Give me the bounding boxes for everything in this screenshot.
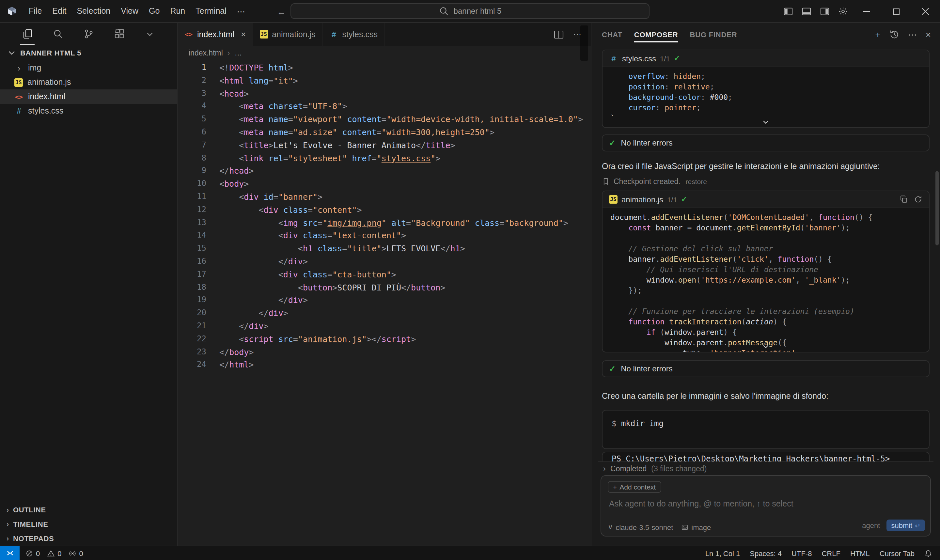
tab-index-html[interactable]: <>index.html× <box>178 23 253 46</box>
status-value: 0 <box>79 549 83 557</box>
status-eol[interactable]: CRLF <box>822 549 840 557</box>
tab-close-icon[interactable]: × <box>241 29 246 39</box>
status-cursor-position[interactable]: Ln 1, Col 1 <box>705 549 740 557</box>
reapply-icon[interactable] <box>914 195 922 204</box>
js-file-icon: JS <box>609 195 617 204</box>
toggle-primary-sidebar-button[interactable] <box>779 0 797 23</box>
image-button[interactable]: image <box>681 523 711 531</box>
close-button[interactable] <box>911 0 940 23</box>
code-block-animation-js: JS animation.js 1/1 ✓ d <box>602 191 929 352</box>
model-selector[interactable]: ∨ claude-3.5-sonnet <box>608 523 673 531</box>
status-encoding[interactable]: UTF-8 <box>791 549 812 557</box>
explorer-item-index-html[interactable]: <>index.html <box>0 89 177 104</box>
line-number: 21 <box>178 320 206 333</box>
status-errors[interactable]: 0 <box>25 549 40 557</box>
menu-bar: FileEditSelectionViewGoRunTerminal⋯ <box>23 5 250 17</box>
minimize-button[interactable] <box>852 0 881 23</box>
tab-bug-finder[interactable]: BUG FINDER <box>690 23 737 46</box>
submit-label: submit <box>891 522 912 529</box>
source-control-activity-button[interactable] <box>78 23 98 45</box>
tab-styles-css[interactable]: #styles.css <box>323 23 385 46</box>
panel-more-button[interactable]: ⋯ <box>908 29 917 40</box>
status-warnings[interactable]: 0 <box>47 549 62 557</box>
activity-overflow-button[interactable] <box>140 23 160 45</box>
sidebar-section-outline[interactable]: ›OUTLINE <box>0 503 177 517</box>
status-ports[interactable]: 0 <box>69 549 83 557</box>
menu-run[interactable]: Run <box>165 5 190 17</box>
explorer-item-img[interactable]: ›img <box>0 61 177 75</box>
sidebar-sections: ›OUTLINE›TIMELINE›NOTEPADS <box>0 503 177 546</box>
submit-button[interactable]: submit ↵ <box>886 520 925 531</box>
menu-terminal[interactable]: Terminal <box>190 5 232 17</box>
assistant-message: Ora creo il file JavaScript per gestire … <box>602 162 929 171</box>
extensions-activity-button[interactable] <box>109 23 129 45</box>
nav-back-button[interactable]: ← <box>277 6 286 17</box>
code-block-header[interactable]: # styles.css 1/1 ✓ <box>603 50 929 67</box>
css-file-icon: # <box>609 54 618 63</box>
line-number: 18 <box>178 281 206 294</box>
maximize-button[interactable] <box>881 0 911 23</box>
html-file-icon: <> <box>184 31 193 38</box>
sidebar-section-notepads[interactable]: ›NOTEPADS <box>0 531 177 546</box>
file-tree: ›imgJSanimation.js<>index.html#styles.cs… <box>0 61 177 118</box>
explorer-activity-button[interactable] <box>17 23 37 45</box>
panel-scrollbar[interactable] <box>935 171 939 245</box>
copy-icon[interactable] <box>900 195 908 204</box>
command-center-search[interactable]: banner html 5 <box>291 3 649 19</box>
chevron-right-icon: › <box>14 63 23 73</box>
checkpoint-label: Checkpoint created. <box>614 177 680 185</box>
terminal-output-block: PS C:\Users\Pietro\Desktop\Marketing_Hac… <box>602 452 929 462</box>
toggle-panel-button[interactable] <box>797 0 815 23</box>
menu-view[interactable]: View <box>115 5 144 17</box>
file-name: img <box>28 63 41 72</box>
menu-go[interactable]: Go <box>144 5 165 17</box>
menu-edit[interactable]: Edit <box>47 5 71 17</box>
linter-status: ✓ No linter errors <box>602 134 929 151</box>
tab-chat[interactable]: CHAT <box>602 23 622 46</box>
sidebar-section-timeline[interactable]: ›TIMELINE <box>0 517 177 531</box>
code-editor[interactable]: 1<!DOCTYPE html>2<html lang="it">3<head>… <box>178 60 591 546</box>
status-cursor-tab[interactable]: Cursor Tab <box>880 549 915 557</box>
menu-selection[interactable]: Selection <box>71 5 115 17</box>
composer-input[interactable]: + Add context Ask agent to do anything, … <box>600 475 931 537</box>
line-number: 4 <box>178 100 206 113</box>
menu-more[interactable]: ⋯ <box>232 5 250 17</box>
breadcrumb[interactable]: index.html › … <box>178 46 591 60</box>
settings-gear-button[interactable] <box>834 0 852 23</box>
expand-chevron-icon[interactable] <box>761 117 770 127</box>
history-icon[interactable] <box>889 29 900 40</box>
editor: <>index.html×JSanimation.js#styles.css ⋯… <box>178 23 591 546</box>
explorer-root-header[interactable]: BANNER HTML 5 <box>0 45 177 61</box>
add-context-button[interactable]: + Add context <box>608 481 661 493</box>
notifications-bell-icon[interactable] <box>924 549 932 557</box>
expand-chevron-icon[interactable] <box>761 342 770 351</box>
code-block-header[interactable]: JS animation.js 1/1 ✓ <box>603 191 929 208</box>
split-editor-button[interactable] <box>554 29 564 40</box>
enter-key-icon: ↵ <box>915 522 920 529</box>
new-composer-button[interactable]: + <box>875 29 880 40</box>
status-language-mode[interactable]: HTML <box>850 549 870 557</box>
tab-animation-js[interactable]: JSanimation.js <box>253 23 323 46</box>
circle-slash-icon <box>25 549 33 557</box>
explorer-item-animation-js[interactable]: JSanimation.js <box>0 75 177 89</box>
linter-status: ✓ No linter errors <box>602 360 929 377</box>
linter-label: No linter errors <box>621 138 673 148</box>
line-number: 16 <box>178 255 206 268</box>
toggle-secondary-sidebar-button[interactable] <box>815 0 834 23</box>
checkpoint-restore-button[interactable]: restore <box>686 177 707 185</box>
js-file-icon: JS <box>14 78 23 86</box>
completed-toggle[interactable]: › Completed (3 files changed) <box>598 462 934 475</box>
status-indentation[interactable]: Spaces: 4 <box>750 549 782 557</box>
search-activity-button[interactable] <box>48 23 68 45</box>
explorer-item-styles-css[interactable]: #styles.css <box>0 104 177 118</box>
code-line: 22 <script src="animation.js"></script> <box>178 332 591 346</box>
plus-icon: + <box>613 483 617 491</box>
menu-file[interactable]: File <box>23 5 47 17</box>
editor-tabs: <>index.html×JSanimation.js#styles.css ⋯ <box>178 23 591 46</box>
remote-button[interactable] <box>0 546 20 560</box>
tab-composer[interactable]: COMPOSER <box>634 23 678 46</box>
assistant-message: Creo una cartella per le immagini e salv… <box>602 392 929 401</box>
code-block-content: document.addEventListener('DOMContentLoa… <box>603 208 929 352</box>
panel-close-button[interactable]: × <box>926 29 931 40</box>
status-value: 0 <box>36 549 40 557</box>
